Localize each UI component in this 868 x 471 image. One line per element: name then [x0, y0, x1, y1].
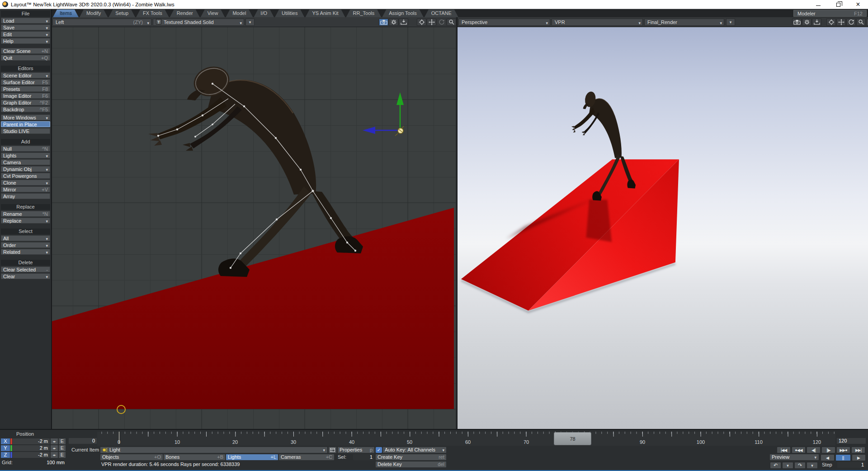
z-channel-button[interactable]: Z	[1, 452, 10, 458]
shading-mode-dropdown[interactable]: TTextured Shaded Solid	[153, 19, 244, 26]
sidebar-item-dynamic-obj[interactable]: Dynamic Obj	[1, 166, 50, 172]
rotate-icon[interactable]	[846, 19, 856, 26]
tab-utilities[interactable]: Utilities	[275, 10, 304, 17]
x-nudge-button[interactable]: ◂▸	[51, 438, 58, 444]
pan-icon[interactable]	[427, 19, 436, 26]
light-item-icon[interactable]	[395, 126, 404, 136]
tab-io[interactable]: I/O	[254, 10, 274, 17]
sidebar-item-studio-live[interactable]: Studio LIVE	[1, 128, 50, 134]
sidebar-item-graph-editor[interactable]: Graph Editor^F2	[1, 100, 50, 105]
sidebar-item-rename[interactable]: Rename*N	[1, 211, 50, 217]
sidebar-item-help[interactable]: Help	[1, 38, 50, 44]
sidebar-item-clear-selected[interactable]: Clear Selected-	[1, 266, 50, 272]
z-value-field[interactable]: -2 m	[13, 452, 50, 458]
sidebar-item-related[interactable]: Related	[1, 249, 50, 255]
export-icon[interactable]	[399, 19, 408, 26]
frame-slider-handle[interactable]: 78	[554, 432, 591, 445]
light-move-gizmo[interactable]	[363, 92, 404, 136]
sidebar-item-null[interactable]: Null^N	[1, 146, 50, 152]
next-frame-button[interactable]: ||▶	[821, 447, 835, 453]
view-type-dropdown[interactable]: Left (ZY)	[52, 19, 151, 26]
y-channel-button[interactable]: Y	[1, 445, 10, 451]
undo-history-dropdown[interactable]: ▾	[782, 462, 793, 469]
start-frame-field[interactable]: 0	[69, 438, 97, 444]
properties-button[interactable]: Propertiesp	[338, 447, 374, 453]
prev-frame-button[interactable]: ◀||	[807, 447, 821, 453]
y-envelope-button[interactable]: E	[59, 445, 66, 451]
rotate-icon[interactable]	[437, 19, 446, 26]
right-viewport[interactable]	[457, 27, 868, 429]
sidebar-item-replace[interactable]: Replace	[1, 218, 50, 224]
end-frame-field[interactable]: 120	[837, 438, 866, 444]
tab-assign-tools[interactable]: Assign Tools	[382, 10, 424, 17]
viewport-options-dropdown[interactable]	[726, 19, 735, 26]
sidebar-item-all[interactable]: All	[1, 235, 50, 241]
sidebar-item-mirror[interactable]: Mirror+V	[1, 186, 50, 192]
tab-render[interactable]: Render	[170, 10, 200, 17]
tab-octane[interactable]: OCTANE	[425, 10, 458, 17]
y-value-field[interactable]: 2 m	[13, 445, 50, 451]
z-nudge-button[interactable]: ◂▸	[51, 452, 58, 458]
gear-icon[interactable]	[389, 19, 398, 26]
zoom-icon[interactable]	[856, 19, 866, 26]
pan-icon[interactable]	[836, 19, 846, 26]
timeline-ruler[interactable]: 0 10 20 30 40 50 60 70 80 90 100 110 120…	[97, 432, 835, 446]
orbit-icon[interactable]	[417, 19, 426, 26]
item-list-panel-icon[interactable]	[329, 447, 336, 453]
play-reverse-button[interactable]: ◀	[821, 454, 835, 461]
step-field[interactable]: 1	[837, 462, 866, 468]
sidebar-item-quit[interactable]: Quit+Q	[1, 55, 50, 61]
orbit-icon[interactable]	[826, 19, 836, 26]
title-bar[interactable]: Layout™ NewTek LightWave 3D® 2020.0.3 (W…	[0, 0, 868, 9]
sidebar-item-more-windows[interactable]: More Windows	[1, 114, 50, 120]
x-channel-button[interactable]: X	[1, 438, 10, 444]
modeler-button[interactable]: Modeler F12	[793, 10, 867, 17]
x-envelope-button[interactable]: E	[59, 438, 66, 444]
delete-key-button[interactable]: Delete Keydel	[376, 461, 446, 467]
restore-button[interactable]	[828, 0, 848, 9]
preview-dropdown[interactable]: Preview	[770, 454, 819, 460]
minimize-button[interactable]	[808, 0, 828, 9]
sidebar-item-save[interactable]: Save	[1, 24, 50, 30]
sidebar-item-presets[interactable]: PresetsF8	[1, 86, 50, 92]
bones-button[interactable]: Bones+B	[164, 454, 225, 460]
objects-button[interactable]: Objects+O	[100, 454, 163, 460]
x-value-field[interactable]: -2 m	[13, 438, 50, 444]
viewport-options-dropdown[interactable]	[245, 19, 255, 26]
undo-button[interactable]: ↶	[770, 462, 781, 469]
tab-ys-anim-kit[interactable]: YS Anim Kit	[305, 10, 345, 17]
autokey-checkbox[interactable]	[376, 447, 382, 453]
prev-keyframe-button[interactable]: ●◀◀	[792, 447, 806, 453]
export-icon[interactable]	[812, 19, 821, 26]
sidebar-item-lights[interactable]: Lights	[1, 152, 50, 158]
camera-select-dropdown[interactable]: Final_Render	[644, 19, 724, 26]
sidebar-item-clear-scene[interactable]: Clear Scene+N	[1, 48, 50, 54]
tab-setup[interactable]: Setup	[108, 10, 135, 17]
go-first-frame-button[interactable]: |◀◀	[777, 447, 791, 453]
tab-model[interactable]: Model	[226, 10, 253, 17]
y-nudge-button[interactable]: ◂▸	[51, 445, 58, 451]
gear-icon[interactable]	[802, 19, 811, 26]
lights-button[interactable]: Lights+L	[226, 454, 278, 460]
redo-history-dropdown[interactable]: ▾	[807, 462, 818, 469]
autokey-dropdown[interactable]: Auto Key: All Channels	[383, 447, 446, 453]
left-viewport[interactable]	[52, 27, 456, 429]
create-key-button[interactable]: Create Keyret	[376, 454, 446, 460]
view-type-dropdown[interactable]: Perspective	[458, 19, 550, 26]
pause-button[interactable]: ||	[835, 454, 851, 461]
sidebar-item-array[interactable]: Array	[1, 193, 50, 199]
camera-view-icon[interactable]	[792, 19, 802, 26]
z-envelope-button[interactable]: E	[59, 452, 66, 458]
sidebar-item-cvt-powergons[interactable]: Cvt Powergons	[1, 173, 50, 179]
sidebar-item-edit[interactable]: Edit	[1, 31, 50, 37]
sidebar-item-surface-editor[interactable]: Surface EditorF5	[1, 79, 50, 85]
sidebar-item-backdrop[interactable]: Backdrop^F5	[1, 106, 50, 112]
sidebar-item-load[interactable]: Load	[1, 18, 50, 24]
redo-button[interactable]: ↷	[794, 462, 806, 469]
sidebar-item-order[interactable]: Order	[1, 242, 50, 248]
ramp-object-render[interactable]	[461, 159, 679, 310]
sidebar-item-camera[interactable]: Camera	[1, 159, 50, 165]
sidebar-item-scene-editor[interactable]: Scene Editor	[1, 72, 50, 78]
current-item-dropdown[interactable]: Light	[100, 447, 327, 453]
play-forward-button[interactable]: ▶	[852, 454, 866, 461]
